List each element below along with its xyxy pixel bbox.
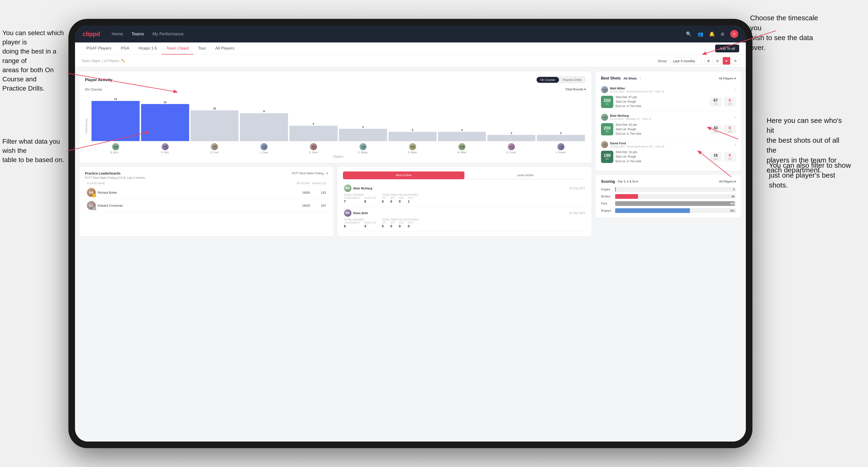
act-activities-label-0: Total Practice Activities — [382, 193, 418, 196]
bar-value-2: 10 — [213, 107, 216, 110]
chart-area: On Course Total Rounds ▾ Total Rounds — [85, 87, 586, 158]
lb-row-0[interactable]: RB 1 Richard Butler 19/20 110 — [85, 186, 328, 199]
tab-pgat-players[interactable]: PGAT Players — [82, 42, 116, 55]
act-stats-row-1: Total Rounds Tournament 8 Practice — [344, 218, 585, 228]
scoring-filter-par[interactable]: Par 3, 4 & 5s ▾ — [618, 180, 638, 183]
shot-row-header-2: DF David Ford 24 Aug 2023 · Royal North … — [601, 141, 736, 148]
bell-icon[interactable]: 🔔 — [709, 31, 715, 37]
nav-my-performance[interactable]: My Performance — [153, 31, 184, 37]
header-actions: 🔍 👥 🔔 ⊕ U — [686, 30, 738, 38]
bar-value-3: 9 — [263, 110, 265, 113]
shot-badge-0: 200 SG — [601, 96, 613, 108]
lb-rank-avatar-1: EC 2 — [87, 201, 96, 210]
player-avatar-0[interactable]: BM — [112, 143, 119, 150]
heart-view-btn[interactable]: ♥ — [723, 57, 730, 65]
annotation-right-bottom: You can also filter to show just one pla… — [769, 160, 851, 190]
bar-2 — [191, 111, 239, 141]
tab-all-players[interactable]: All Players — [211, 42, 239, 55]
add-to-all-button[interactable]: Add To all — [715, 44, 739, 52]
act-stat-rounds-0: Total Rounds Tournament 7 Practice — [344, 193, 376, 203]
list-view-btn[interactable]: ⊟ — [714, 57, 721, 65]
player-avatar-1[interactable]: RB — [161, 143, 168, 150]
nav-teams[interactable]: Teams — [132, 31, 144, 37]
team-name: Team Clippd — [82, 59, 100, 63]
scoring-card: Scoring Par 3, 4 & 5s ▾ All Players ▾ Ea… — [595, 175, 742, 218]
scoring-bar-fill-3 — [615, 208, 690, 213]
player-name-1: R. Britt — [161, 151, 168, 154]
player-activity-title: Player Activity — [85, 77, 113, 82]
scoring-filter-players[interactable]: All Players ▾ — [719, 180, 736, 183]
shot-player-name-2: David Ford — [610, 142, 733, 145]
shot-chevron-1[interactable]: › — [735, 115, 736, 119]
scoring-label-0: Eagles — [601, 187, 613, 191]
player-avatar-5[interactable]: OB — [360, 143, 367, 150]
lb-header-score: PB SCORE — [296, 182, 310, 185]
bar-9 — [537, 135, 585, 141]
grid-view-btn[interactable]: ⊞ — [705, 57, 712, 65]
best-shots-header: Best Shots All Shots ▾ All Players ▾ — [601, 76, 736, 81]
lb-pb-score-1: 18/20 — [296, 204, 310, 207]
x-label-5: OB O. Billing. — [339, 143, 387, 154]
show-controls: Show: Last 3 months ⊞ ⊟ ♥ ⇅ — [658, 57, 739, 65]
scoring-bar-val-2: 499 — [730, 202, 735, 205]
practice-drills-toggle[interactable]: Practice Drills — [559, 77, 585, 83]
x-label-6: RB R. Butler — [389, 143, 437, 154]
shot-player-name-0: Matt Miller — [610, 87, 733, 90]
on-course-toggle[interactable]: On Course — [536, 77, 559, 83]
player-activity-header: Player Activity On Course Practice Drill… — [85, 76, 586, 84]
scoring-bar-row-1: Birdies 96 — [601, 194, 736, 199]
player-avatar-3[interactable]: JC — [260, 143, 268, 150]
all-players-dropdown[interactable]: All Players ▾ — [719, 76, 736, 80]
player-name-7: M. Miller — [458, 151, 467, 154]
player-avatar-2[interactable]: DF — [211, 143, 218, 150]
shot-info-text-0: Shot Dist: 67 yds Start Lie: Rough End L… — [616, 95, 707, 109]
nav-home[interactable]: Home — [112, 31, 123, 37]
edit-icon[interactable]: ✏️ — [121, 59, 125, 63]
chart-filter-dropdown[interactable]: Total Rounds ▾ — [565, 88, 586, 91]
lb-rank-badge-0: 1 — [92, 194, 96, 197]
act-activities-vals-1: GTT 0 APP 0 ARG — [382, 221, 418, 228]
tab-team-clippd[interactable]: Team Clippd — [162, 42, 194, 55]
search-icon[interactable]: 🔍 — [686, 31, 692, 37]
least-active-tab[interactable]: Least Active — [464, 172, 586, 179]
x-label-7: MM M. Miller — [438, 143, 486, 154]
shot-details-0: 200 SG Shot Dist: 67 yds Start Lie: Roug… — [601, 95, 736, 109]
bar-group-8: 2 — [487, 132, 535, 141]
player-name-3: J. Coles — [260, 151, 268, 154]
avatar[interactable]: U — [730, 30, 738, 38]
player-name-4: E. Ebert — [309, 151, 318, 154]
act-gtt-1: GTT 0 — [382, 221, 386, 228]
bar-value-4: 5 — [313, 122, 314, 125]
bar-1 — [141, 104, 189, 141]
player-avatar-8[interactable]: EC — [508, 143, 515, 150]
act-tournament-1: Tournament 8 — [344, 221, 361, 228]
right-column: Best Shots All Shots ▾ All Players ▾ MM … — [595, 71, 742, 437]
act-practice-val-0: 6 — [364, 199, 376, 203]
shot-details-2: 198 SG Shot Dist: 16 yds Start Lie: Roug… — [601, 150, 736, 164]
sort-view-btn[interactable]: ⇅ — [732, 57, 739, 65]
player-avatar-7[interactable]: MM — [458, 143, 465, 150]
scoring-bar-track-0: 3 — [615, 187, 736, 192]
lb-row-1[interactable]: EC 2 Edward Crossman 18/20 107 — [85, 199, 328, 212]
player-avatar-4[interactable]: EE — [310, 143, 317, 150]
users-icon[interactable]: 👥 — [698, 31, 703, 37]
shot-chevron-0[interactable]: › — [735, 88, 736, 92]
tab-pga[interactable]: PGA — [116, 42, 134, 55]
most-active-tab[interactable]: Most Active — [343, 172, 464, 179]
tab-tour[interactable]: Tour — [193, 42, 211, 55]
scoring-bar-val-1: 96 — [732, 195, 735, 198]
time-filter-dropdown[interactable]: Last 3 months — [670, 57, 702, 65]
shot-row-0: MM Matt Miller 09 Jun 2023 · Royal North… — [601, 84, 736, 111]
act-activities-label-1: Total Practice Activities — [382, 218, 418, 221]
shot-badge-num-1: 200 — [603, 126, 611, 130]
add-icon[interactable]: ⊕ — [720, 31, 724, 37]
act-activities-vals-0: GTT 0 APP 0 ARG — [382, 197, 418, 203]
player-avatar-6[interactable]: RB — [409, 143, 416, 150]
tab-hcaps[interactable]: Hcaps 1-5 — [134, 42, 161, 55]
shot-chevron-2[interactable]: › — [735, 143, 736, 147]
view-icons: ⊞ ⊟ ♥ ⇅ — [705, 57, 739, 65]
act-app-1: APP 0 — [390, 221, 395, 228]
leaderboard-dropdown[interactable]: PUTT Must Make Putting... ▾ — [292, 172, 328, 175]
all-shots-filter[interactable]: All Shots — [624, 76, 637, 80]
player-avatar-9[interactable]: LR — [557, 143, 564, 150]
